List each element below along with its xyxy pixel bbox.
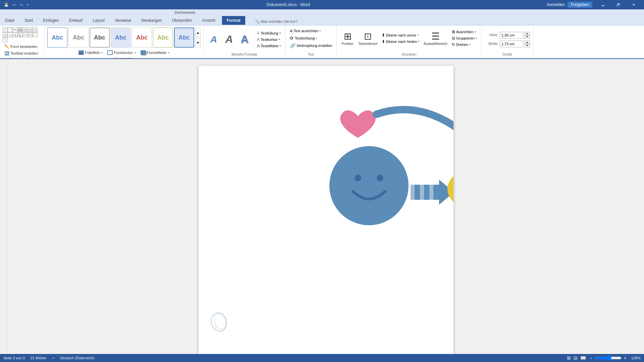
form-bearbeiten-button[interactable]: ✏️ Form bearbeiten [3, 44, 40, 50]
language[interactable]: Deutsch (Österreich) [60, 356, 94, 360]
shape-rounded-rect[interactable]: ▢ [23, 27, 28, 32]
auswahlbereich-button[interactable]: ☰ Auswahlbereich [422, 27, 449, 49]
width-label: Breite: [485, 42, 498, 46]
ausrichten-button[interactable]: ⊞ Ausrichten ▾ [450, 29, 479, 35]
tab-einfuegen[interactable]: Einfügen [38, 16, 64, 25]
style-sample-6[interactable]: Abc [153, 27, 173, 48]
shape-snip-rect[interactable]: ◻ [28, 27, 33, 32]
view-read-icon[interactable]: 📖 [580, 355, 586, 361]
style-sample-7[interactable]: Abc [174, 27, 194, 48]
search-box[interactable]: 🔍 Was möchten Sie tun? [252, 18, 300, 25]
redo-icon[interactable]: ↪ [18, 2, 24, 8]
height-down[interactable]: ▼ [525, 35, 530, 39]
wordart-sample-2[interactable]: A [222, 31, 236, 48]
zoom-in-icon[interactable]: + [623, 355, 628, 361]
freigeben-button[interactable]: Freigeben [568, 2, 592, 8]
customize-icon[interactable]: ▾ [25, 2, 30, 7]
shape-trapezoid[interactable]: ⏢ [8, 33, 12, 37]
shape-parallelogram[interactable]: ▱ [3, 33, 7, 37]
shape-line[interactable]: / [3, 27, 7, 32]
blue-face-shape[interactable] [329, 146, 409, 225]
width-input[interactable] [500, 41, 523, 47]
blue-arrow-right[interactable] [411, 180, 453, 205]
tab-ueberprufen[interactable]: Überprüfen [167, 16, 197, 25]
height-up[interactable]: ▲ [525, 32, 530, 35]
shape-diamond[interactable]: ◇ [33, 27, 38, 32]
height-label: Höhe: [485, 33, 498, 37]
zoom-slider[interactable] [595, 355, 622, 361]
group-groesse-label: Größe [503, 52, 512, 57]
shape-rect[interactable]: ▭ [18, 27, 22, 32]
drehen-button[interactable]: ↻ Drehen ▾ [450, 42, 479, 48]
textumbruch-button[interactable]: ⊡ Textumbruch [356, 27, 379, 49]
textfeld-erstellen-button[interactable]: 🔤 Textfeld erstellen [3, 50, 40, 56]
anmelden-button[interactable]: Anmelden [547, 2, 565, 7]
texteffekte-button[interactable]: A Texteffekte ▾ [255, 43, 282, 49]
textfuellung-button[interactable]: A Textfüllung ▾ [255, 30, 282, 36]
svg-point-4 [355, 175, 361, 181]
tab-verweise[interactable]: Verweise [110, 16, 136, 25]
ebene-vorne-button[interactable]: ⬆ Ebene nach vorne ▾ [380, 32, 421, 38]
fuelleffekt-button[interactable]: Fülleffekt ▾ [77, 50, 104, 56]
style-sample-3[interactable]: Abc [90, 27, 110, 48]
minimize-button[interactable]: 🗕 [595, 0, 610, 9]
shape-arc[interactable]: ⌒ [8, 27, 12, 32]
view-normal-icon[interactable]: ⊞ [567, 355, 571, 361]
page: ≡ [199, 66, 453, 354]
tab-sendungen[interactable]: Sendungen [136, 16, 167, 25]
svg-point-5 [377, 175, 383, 181]
view-web-icon[interactable]: ⊟ [574, 355, 578, 361]
formeffekte-button[interactable]: Formeffekte ▾ [139, 50, 171, 56]
wordart-sample-1[interactable]: A [206, 31, 221, 48]
style-sample-4[interactable]: Abc [111, 27, 131, 48]
height-input[interactable] [500, 32, 523, 39]
width-up[interactable]: ▲ [525, 41, 530, 44]
gruppieren-button[interactable]: ⊟ Gruppieren ▾ [450, 35, 479, 41]
ebene-hinten-button[interactable]: ⬇ Ebene nach hinten ▾ [380, 39, 421, 45]
tab-format[interactable]: Format [222, 16, 246, 25]
save-icon[interactable]: 💾 [3, 2, 10, 8]
maximize-button[interactable]: 🗗 [610, 0, 626, 9]
style-sample-5[interactable]: Abc [132, 27, 152, 48]
drawtoolsbar: Zeichentools [0, 9, 644, 15]
textkontur-button[interactable]: A Textkontur ▾ [255, 37, 282, 43]
style-sample-2[interactable]: Abc [68, 27, 89, 48]
shape-heart[interactable]: ♡ [3, 38, 7, 42]
verknuepfung-button[interactable]: 🔗 Verknüpfung erstellen [288, 42, 334, 49]
shape-triangle[interactable]: △ [13, 33, 17, 37]
gruppieren-label: Gruppieren [456, 36, 475, 40]
scroll-up[interactable]: ▲ [195, 28, 201, 37]
shape-rtriangle[interactable]: ◺ [18, 33, 22, 37]
undo-icon[interactable]: ↩ [11, 2, 17, 8]
wordart-sample-3[interactable]: A [237, 31, 252, 48]
svg-point-16 [209, 311, 229, 334]
text-ausrichten-button[interactable]: ≡ Text ausrichten ▾ [288, 27, 322, 34]
zoom-out-icon[interactable]: − [589, 355, 593, 361]
statusbar-right: ⊞ ⊟ 📖 − + 130% [567, 355, 641, 361]
tab-datei[interactable]: Datei [0, 16, 19, 25]
tab-layout[interactable]: Layout [88, 16, 110, 25]
textrichtung-arrow: ▾ [316, 37, 317, 40]
spelling-icon[interactable]: ✓ [52, 356, 55, 360]
position-button[interactable]: ⊞ Position [339, 27, 356, 49]
zoom-level[interactable]: 130% [629, 356, 641, 360]
shape-circle[interactable]: ○ [23, 33, 28, 37]
tab-entwurf[interactable]: Entwurf [64, 16, 88, 25]
style-sample-1[interactable]: Abc [47, 27, 67, 48]
shape-arrow[interactable]: → [33, 33, 38, 37]
scroll-down[interactable]: ▼ [195, 38, 201, 47]
formkontur-button[interactable]: Formkontur ▾ [106, 50, 137, 56]
width-down[interactable]: ▼ [525, 44, 530, 47]
ausrichten-arrow: ▾ [475, 31, 476, 34]
fuelleffekt-label: Fülleffekt [85, 51, 100, 55]
tab-start[interactable]: Start [19, 16, 38, 25]
text-ausrichten-arrow: ▾ [319, 29, 321, 33]
close-button[interactable]: ✕ [626, 0, 641, 9]
yellow-oval[interactable] [447, 166, 453, 212]
shape-freeform[interactable]: 〜 [13, 27, 17, 32]
drawtoolsbar-label: Zeichentools [174, 10, 195, 14]
pink-heart-shape[interactable] [340, 110, 376, 138]
shape-ellipse[interactable]: ⬭ [28, 33, 33, 37]
tab-ansicht[interactable]: Ansicht [197, 16, 220, 25]
textrichtung-button[interactable]: ⟳ Textrichtung ▾ [288, 35, 319, 42]
